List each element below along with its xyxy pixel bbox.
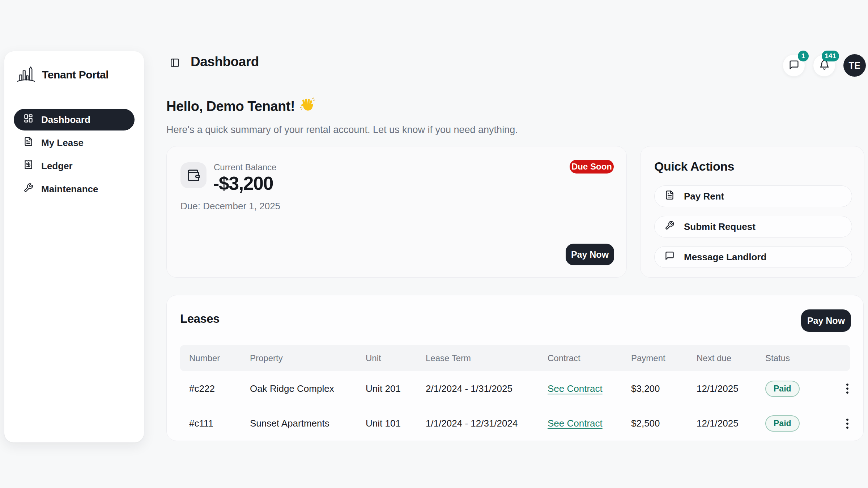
file-text-icon (665, 190, 675, 202)
messages-button[interactable]: 1 (783, 54, 805, 77)
column-header: Lease Term (426, 353, 548, 363)
leases-pay-now-button[interactable]: Pay Now (801, 309, 851, 332)
lease-unit: Unit 201 (366, 383, 426, 394)
column-header: Payment (631, 353, 697, 363)
layout-dashboard-icon (24, 114, 33, 126)
pay-rent-button[interactable]: Pay Rent (654, 185, 852, 207)
buildings-skyline-logo-icon (16, 64, 36, 86)
sidebar-toggle-button[interactable] (169, 57, 181, 69)
action-label: Pay Rent (684, 191, 724, 202)
quick-actions-title: Quick Actions (654, 159, 734, 174)
app-title: Tenant Portal (42, 69, 109, 81)
user-avatar[interactable]: TE (843, 54, 866, 77)
leases-title: Leases (180, 312, 220, 326)
sidebar-item-maintenance[interactable]: Maintenance (14, 178, 135, 200)
status-badge: Paid (765, 415, 800, 432)
lease-term: 2/1/2024 - 1/31/2025 (426, 383, 548, 394)
due-date-text: Due: December 1, 2025 (180, 201, 280, 212)
lease-property: Oak Ridge Complex (250, 383, 366, 394)
messages-count-badge: 1 (798, 51, 809, 61)
action-label: Submit Request (684, 221, 756, 232)
brand: Tenant Portal (16, 64, 109, 86)
balance-label: Current Balance (214, 162, 276, 172)
row-menu-button[interactable] (843, 416, 851, 432)
column-header: Number (189, 353, 250, 363)
column-header: Unit (366, 353, 426, 363)
lease-term: 1/1/2024 - 12/31/2024 (426, 418, 548, 429)
column-header: Next due (697, 353, 765, 363)
lease-property: Sunset Apartments (250, 418, 366, 429)
waving-hand-emoji-icon (300, 97, 315, 116)
action-label: Message Landlord (684, 252, 766, 263)
message-square-icon (665, 251, 675, 263)
quick-actions-card: Quick Actions Pay Rent Submit Request (640, 146, 864, 278)
status-badge: Paid (765, 381, 800, 397)
wallet-icon (180, 162, 207, 188)
sidebar-item-dashboard[interactable]: Dashboard (14, 109, 135, 130)
notifications-button[interactable]: 141 (813, 54, 835, 77)
wrench-icon (665, 221, 675, 233)
leases-card: Leases Pay Now Number Property Unit Leas… (166, 295, 864, 441)
lease-payment: $2,500 (631, 418, 697, 429)
lease-number: #c222 (189, 383, 250, 394)
table-row: #c222 Oak Ridge Complex Unit 201 2/1/202… (180, 371, 850, 406)
lease-payment: $3,200 (631, 383, 697, 394)
submit-request-button[interactable]: Submit Request (654, 216, 852, 237)
lease-number: #c111 (189, 418, 250, 429)
pay-now-button[interactable]: Pay Now (566, 244, 614, 265)
greeting-text: Hello, Demo Tenant! (166, 99, 295, 114)
sidebar-nav: Dashboard My Lease Ledge (14, 109, 135, 201)
sidebar-item-label: My Lease (41, 137, 84, 149)
sidebar-item-label: Dashboard (41, 114, 90, 125)
leases-table-header: Number Property Unit Lease Term Contract… (180, 345, 850, 371)
message-square-icon (789, 60, 799, 72)
due-soon-badge: Due Soon (570, 160, 614, 174)
balance-card: Current Balance -$3,200 Due Soon Due: De… (166, 146, 627, 278)
sidebar: Tenant Portal Dashboard (4, 51, 144, 442)
panel-left-icon (170, 58, 180, 69)
see-contract-link[interactable]: See Contract (548, 383, 603, 394)
column-header: Contract (548, 353, 631, 363)
lease-next-due: 12/1/2025 (697, 383, 765, 394)
lease-unit: Unit 101 (366, 418, 426, 429)
balance-amount: -$3,200 (213, 172, 273, 194)
table-row: #c111 Sunset Apartments Unit 101 1/1/202… (180, 406, 850, 441)
page-title: Dashboard (191, 54, 259, 69)
sidebar-item-label: Ledger (41, 160, 73, 172)
column-header: Property (250, 353, 366, 363)
header-actions: 1 141 TE (783, 54, 866, 77)
sidebar-item-my-lease[interactable]: My Lease (14, 132, 135, 154)
column-header: Status (765, 353, 848, 363)
greeting-title: Hello, Demo Tenant! (166, 97, 315, 116)
receipt-icon (24, 160, 33, 172)
notifications-count-badge: 141 (822, 51, 839, 61)
row-menu-button[interactable] (843, 381, 851, 397)
wrench-icon (24, 183, 33, 195)
leases-table: Number Property Unit Lease Term Contract… (180, 345, 850, 441)
tenant-portal-page: Tenant Portal Dashboard (0, 0, 868, 488)
message-landlord-button[interactable]: Message Landlord (654, 246, 852, 268)
sidebar-item-ledger[interactable]: Ledger (14, 155, 135, 177)
file-text-icon (24, 137, 33, 149)
see-contract-link[interactable]: See Contract (548, 418, 603, 429)
sidebar-item-label: Maintenance (41, 184, 98, 195)
lease-next-due: 12/1/2025 (697, 418, 765, 429)
greeting-subtitle: Here's a quick summary of your rental ac… (166, 124, 518, 136)
